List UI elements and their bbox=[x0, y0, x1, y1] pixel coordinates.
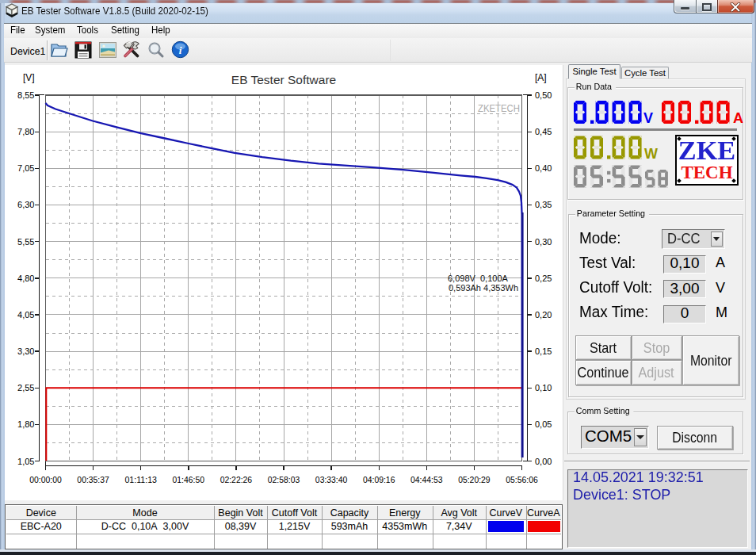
svg-text:4,05: 4,05 bbox=[17, 310, 34, 320]
svg-text:ZKETECH: ZKETECH bbox=[478, 102, 520, 114]
svg-text:[V]: [V] bbox=[23, 72, 35, 83]
svg-text:0,25: 0,25 bbox=[535, 274, 552, 283]
svg-text:04:09:16: 04:09:16 bbox=[363, 475, 395, 484]
svg-text:EB Tester Software: EB Tester Software bbox=[231, 73, 336, 86]
svg-text:1,80: 1,80 bbox=[17, 419, 34, 429]
svg-text:7,05: 7,05 bbox=[17, 163, 34, 173]
svg-text:04:44:53: 04:44:53 bbox=[410, 475, 443, 484]
svg-text:3,30: 3,30 bbox=[17, 346, 34, 356]
svg-text:5,55: 5,55 bbox=[17, 237, 34, 247]
svg-text:6,30: 6,30 bbox=[17, 200, 34, 209]
svg-text:0,45: 0,45 bbox=[535, 127, 552, 136]
svg-text:8,55: 8,55 bbox=[17, 90, 34, 100]
svg-text:03:33:40: 03:33:40 bbox=[315, 475, 348, 484]
svg-text:0,05: 0,05 bbox=[535, 419, 552, 429]
svg-text:05:56:06: 05:56:06 bbox=[506, 475, 538, 484]
svg-text:0,50: 0,50 bbox=[535, 90, 552, 100]
svg-text:02:22:26: 02:22:26 bbox=[220, 475, 253, 484]
svg-text:01:11:13: 01:11:13 bbox=[124, 475, 157, 484]
svg-text:0,35: 0,35 bbox=[535, 200, 552, 209]
svg-text:0,593Ah 4,353Wh: 0,593Ah 4,353Wh bbox=[449, 283, 518, 293]
svg-text:7,80: 7,80 bbox=[17, 127, 34, 136]
svg-text:0,10: 0,10 bbox=[535, 383, 552, 392]
svg-text:0,30: 0,30 bbox=[535, 237, 552, 247]
svg-text:0,15: 0,15 bbox=[535, 346, 552, 356]
svg-text:01:46:50: 01:46:50 bbox=[173, 475, 205, 484]
svg-text:2,55: 2,55 bbox=[17, 383, 34, 392]
svg-text:0,40: 0,40 bbox=[535, 163, 552, 173]
svg-text:02:58:03: 02:58:03 bbox=[268, 475, 300, 484]
svg-text:4,80: 4,80 bbox=[17, 274, 34, 283]
svg-text:0,20: 0,20 bbox=[535, 310, 552, 320]
svg-text:05:20:29: 05:20:29 bbox=[458, 475, 491, 484]
svg-text:[A]: [A] bbox=[535, 72, 547, 83]
svg-text:1,05: 1,05 bbox=[17, 457, 34, 466]
svg-text:0,00: 0,00 bbox=[535, 457, 552, 466]
svg-text:6,098V 0,100A: 6,098V 0,100A bbox=[448, 274, 509, 283]
svg-text:00:00:00: 00:00:00 bbox=[29, 475, 62, 484]
svg-text:00:35:37: 00:35:37 bbox=[77, 475, 109, 484]
